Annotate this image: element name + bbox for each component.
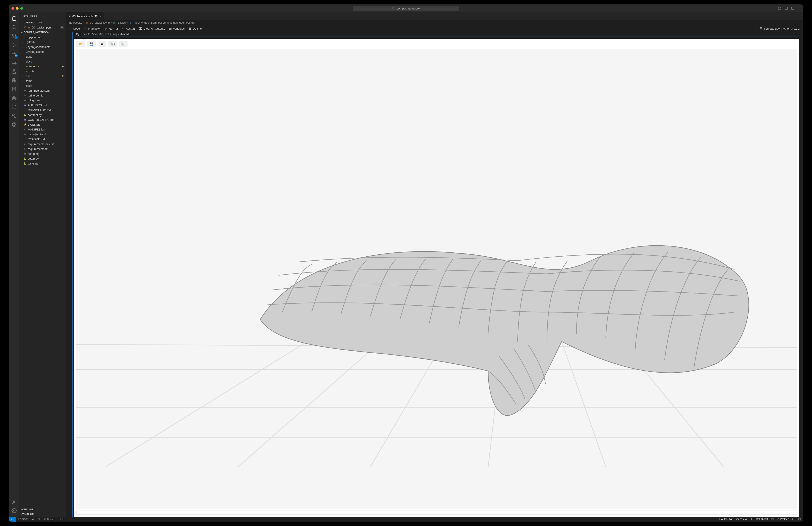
file-setup.py[interactable]: 🐍setup.py <box>19 156 66 161</box>
file-setup.cfg[interactable]: ⚙setup.cfg <box>19 151 66 156</box>
open-editors-header[interactable]: ⌄ OPEN EDITORS <box>19 20 66 25</box>
activity-docker[interactable] <box>9 94 19 102</box>
folder-tests[interactable]: ›tests <box>19 83 66 88</box>
chevron-right-icon: › <box>23 41 25 43</box>
run-all-button[interactable]: ▷Run All <box>105 27 118 30</box>
folder-__pycache__[interactable]: ›__pycache__ <box>19 35 66 40</box>
maximize-window-button[interactable] <box>20 7 23 10</box>
file-requirements-dev.txt[interactable]: ≡requirements-dev.txt <box>19 142 66 146</box>
outline-button[interactable]: ☰Outline <box>189 27 202 30</box>
markdown-icon: M↓ <box>113 22 116 24</box>
file-.gitignore[interactable]: ⚙.gitignore <box>19 98 66 103</box>
sidebar-header: EXPLORER ⋯ <box>19 12 66 20</box>
back-button[interactable]: ← <box>98 7 101 10</box>
3d-viewport[interactable] <box>76 49 296 191</box>
gear-icon: ⚙ <box>24 133 27 136</box>
file-MANIFEST.in[interactable]: ≡MANIFEST.in <box>19 127 66 132</box>
variables-button[interactable]: ▦Variables <box>169 27 185 30</box>
beaker-icon <box>12 69 17 74</box>
file-requirements.txt[interactable]: ≡requirements.txt <box>19 146 66 151</box>
activity-explorer[interactable] <box>9 14 19 23</box>
sidebar-more-icon[interactable]: ⋯ <box>59 15 62 18</box>
folder-src[interactable]: ›src <box>19 73 66 79</box>
file-conftest.py[interactable]: 🐍conftest.py <box>19 112 66 117</box>
folder-.pytest_cache[interactable]: ›.pytest_cache <box>19 49 66 54</box>
activity-run-debug[interactable] <box>9 41 19 49</box>
stop-button[interactable]: ■ <box>98 41 106 47</box>
plus-icon: ＋ <box>84 27 87 31</box>
toolbar-more-icon[interactable]: ⋯ <box>206 27 208 30</box>
gear-icon: ⚙ <box>24 99 27 102</box>
svg-rect-15 <box>12 54 14 56</box>
breadcrumb-part[interactable]: 00_basics.ipynb <box>90 21 110 24</box>
file-tasks.py[interactable]: 🐍tasks.py <box>19 161 66 166</box>
activity-more[interactable]: ⋯ <box>9 129 19 138</box>
breadcrumb-part[interactable]: mesh = Mesh.from_obj(compas.get('tubemes… <box>134 21 198 24</box>
file-.editorconfig[interactable]: ⚙.editorconfig <box>19 93 66 98</box>
activity-containers[interactable] <box>9 111 19 120</box>
zoom-out-button[interactable]: 🔍- <box>119 41 128 47</box>
vscode-window: ← → compas_notebook ⋯ 4 <box>9 4 296 191</box>
add-code-button[interactable]: ＋Code <box>69 27 80 31</box>
file-label: CHANGELOG.md <box>28 109 51 112</box>
file-AUTHORS.md[interactable]: ⬢AUTHORS.md <box>19 103 66 108</box>
save-button[interactable]: 💾 <box>87 41 96 47</box>
file-label: AUTHORS.md <box>28 103 46 107</box>
close-icon[interactable]: ✕ <box>24 26 26 29</box>
file-.bumpversion.cfg[interactable]: ⚙.bumpversion.cfg <box>19 88 66 93</box>
save-icon: 💾 <box>90 42 93 46</box>
file-label: .editorconfig <box>28 94 43 97</box>
folder-.ipynb_checkpoints[interactable]: ›.ipynb_checkpoints <box>19 44 66 49</box>
add-markdown-button[interactable]: ＋Markdown <box>84 27 101 31</box>
jupyter-icon: ◉ <box>68 15 71 18</box>
activity-misc1[interactable] <box>9 76 19 85</box>
open-editor-item[interactable]: ✕ ◉ 00_basics.ipyn... M <box>19 25 66 30</box>
folder-temp[interactable]: ›temp <box>19 79 66 83</box>
github-icon <box>12 122 17 127</box>
minimize-window-button[interactable] <box>16 7 18 10</box>
breadcrumbs[interactable]: notebooks › ◉ 00_basics.ipynb › M↓ Basic… <box>66 20 296 25</box>
zoom-in-button[interactable]: 🔍+ <box>108 41 117 47</box>
breadcrumb-part[interactable]: Basics <box>118 21 126 24</box>
activity-remote[interactable] <box>9 58 19 67</box>
folder-.github[interactable]: ›.github <box>19 40 66 44</box>
folder-notebooks[interactable]: ›notebooks <box>19 64 66 69</box>
threejs-widget: 📂 💾 ■ 🔍+ 🔍- <box>74 39 296 191</box>
activity-liveshare[interactable] <box>9 102 19 111</box>
svg-point-10 <box>12 37 13 38</box>
file-README.md[interactable]: ⓘREADME.md <box>19 137 66 142</box>
folder-docs[interactable]: ›docs <box>19 59 66 64</box>
folder-open-icon: 📂 <box>79 42 83 46</box>
project-header[interactable]: ⌄ COMPAS_NOTEBOOK <box>19 30 66 35</box>
file-CONTRIBUTING.md[interactable]: ⬢CONTRIBUTING.md <box>19 117 66 122</box>
close-icon[interactable]: ✕ <box>99 15 102 18</box>
svg-rect-23 <box>13 98 14 99</box>
activity-notes[interactable] <box>9 85 19 94</box>
folder-scripts[interactable]: ›scripts <box>19 69 66 73</box>
activity-search[interactable] <box>9 23 19 32</box>
forward-button[interactable]: → <box>104 7 107 10</box>
file-tree: ›__pycache__›.github›.ipynb_checkpoints›… <box>19 35 66 191</box>
breadcrumb-part[interactable]: notebooks <box>69 21 82 24</box>
cell-collapse-icon[interactable]: ⋯ <box>68 32 71 36</box>
md-yaml-icon: ⬢ <box>24 103 27 106</box>
cell-collapse-icon[interactable]: ⋯ <box>68 38 71 41</box>
tab-00-basics[interactable]: ◉ 00_basics.ipynb M ✕ <box>66 12 104 20</box>
activity-testing[interactable] <box>9 67 19 76</box>
file-CHANGELOG.md[interactable]: ⓘCHANGELOG.md <box>19 108 66 112</box>
activity-source-control[interactable]: 4 <box>9 32 19 41</box>
restart-button[interactable]: ↻Restart <box>122 27 135 30</box>
activity-extensions[interactable]: 6 <box>9 49 19 58</box>
folder-data[interactable]: ›data <box>19 54 66 59</box>
activity-github[interactable] <box>9 120 19 129</box>
clear-outputs-button[interactable]: ⌧Clear All Outputs <box>139 27 165 30</box>
svg-point-9 <box>12 34 13 35</box>
file-pyproject.toml[interactable]: ⚙pyproject.toml <box>19 132 66 137</box>
history-nav: ← → <box>98 7 107 10</box>
close-window-button[interactable] <box>12 7 14 10</box>
gear-icon: ⚙ <box>24 152 27 155</box>
file-LICENSE[interactable]: 🔑LICENSE <box>19 122 66 127</box>
outline-icon: ☰ <box>189 27 191 30</box>
chevron-right-icon: › <box>23 80 25 82</box>
open-button[interactable]: 📂 <box>76 41 85 47</box>
